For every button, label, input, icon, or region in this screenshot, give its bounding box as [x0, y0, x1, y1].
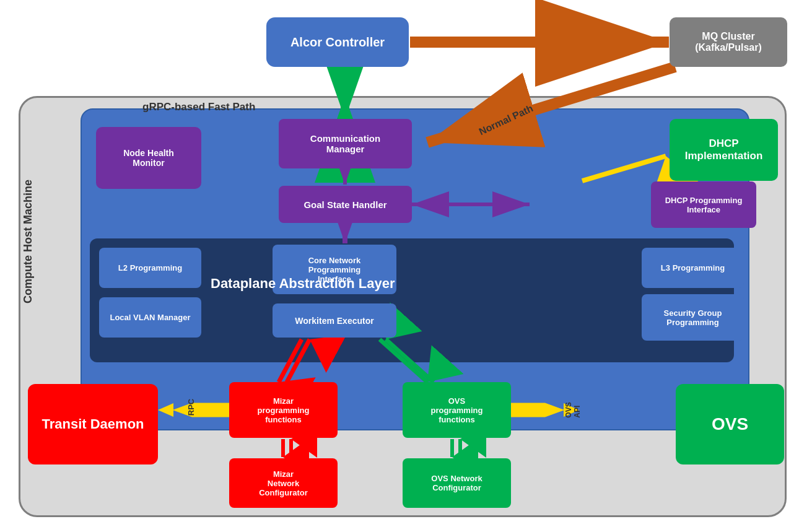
ovs-api-label: OVS API [564, 402, 582, 417]
l3-prog-label: L3 Programming [661, 263, 725, 273]
ovs-net-box: OVS Network Configurator [403, 458, 511, 508]
diagram-container: Compute Host Machine [0, 0, 812, 532]
core-net-label: Core Network Programming Interface [308, 256, 361, 284]
ovs-prog-label: OVS programming functions [431, 396, 483, 424]
node-health-box: Node Health Monitor [96, 127, 201, 189]
mq-label: MQ Cluster (Kafka/Pulsar) [695, 31, 762, 53]
dhcp-impl-box: DHCP Implementation [670, 119, 778, 181]
node-health-label: Node Health Monitor [123, 148, 174, 168]
local-vlan-label: Local VLAN Manager [110, 313, 190, 322]
transit-daemon-label: Transit Daemon [41, 416, 144, 432]
ovs-box: OVS [676, 384, 784, 464]
core-net-box: Core Network Programming Interface [273, 245, 396, 294]
l2-prog-box: L2 Programming [99, 248, 201, 288]
alcor-box: Alcor Controller [266, 17, 409, 67]
mizar-net-box: Mizar Network Configurator [229, 458, 338, 508]
comm-manager-box: Communication Manager [279, 119, 412, 168]
mizar-prog-label: Mizar programming functions [258, 396, 310, 424]
workitem-label: Workitem Executor [295, 316, 373, 326]
l3-prog-box: L3 Programming [642, 248, 744, 288]
grpc-label: gRPC-based Fast Path [142, 101, 255, 113]
l2-prog-label: L2 Programming [118, 263, 182, 273]
local-vlan-box: Local VLAN Manager [99, 297, 201, 338]
compute-host-label: Compute Host Machine [22, 180, 35, 303]
dhcp-prog-box: DHCP Programming Interface [651, 181, 756, 228]
dhcp-impl-label: DHCP Implementation [685, 137, 763, 162]
mq-cluster-box: MQ Cluster (Kafka/Pulsar) [670, 17, 787, 67]
rpc-label: RPC [186, 399, 196, 416]
dhcp-prog-label: DHCP Programming Interface [665, 196, 743, 214]
workitem-box: Workitem Executor [273, 303, 396, 338]
ovs-prog-box: OVS programming functions [403, 382, 511, 438]
goal-state-label: Goal State Handler [303, 199, 386, 210]
goal-state-box: Goal State Handler [279, 186, 412, 223]
sec-group-box: Security Group Programming [642, 294, 744, 341]
mizar-net-label: Mizar Network Configurator [259, 469, 308, 497]
mizar-prog-box: Mizar programming functions [229, 382, 338, 438]
transit-daemon-box: Transit Daemon [28, 384, 158, 464]
comm-manager-label: Communication Manager [310, 133, 380, 154]
sec-group-label: Security Group Programming [664, 308, 722, 327]
ovs-net-label: OVS Network Configurator [431, 474, 482, 492]
